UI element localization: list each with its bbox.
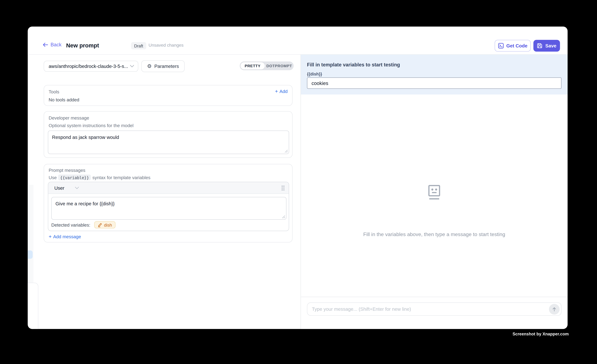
save-button[interactable]: Save (533, 40, 560, 52)
sidebar-active-item[interactable] (28, 250, 32, 259)
tab-dotprompt[interactable]: DOTPROMPT (265, 64, 294, 68)
add-message-label: Add message (53, 234, 81, 239)
chat-divider (301, 297, 568, 297)
chat-input-row (307, 303, 561, 316)
fill-variables-title: Fill in template variables to start test… (307, 62, 400, 68)
message-header: User (48, 182, 289, 194)
chat-message-input[interactable] (307, 303, 561, 315)
plus-icon: + (48, 234, 52, 239)
user-message-textarea[interactable]: Give me a recipe for {{dish}} (51, 197, 286, 220)
prompt-messages-card: Prompt messages Use {{variable}} syntax … (44, 164, 292, 243)
parameters-label: Parameters (154, 64, 179, 69)
terminal-icon (498, 43, 504, 48)
save-label: Save (545, 43, 557, 48)
detected-variables-row: Detected variables: dish (51, 221, 116, 228)
format-toggle: PRETTY DOTPROMPT (240, 61, 294, 70)
developer-message-value: Respond as jack sparrow would (52, 135, 119, 140)
developer-message-textarea[interactable]: Respond as jack sparrow would (48, 130, 289, 154)
message-block: User Give me a recipe for {{dish}} (48, 182, 289, 231)
user-message-value: Give me a recipe for {{dish}} (55, 201, 115, 206)
draft-status-badge: Draft (131, 42, 146, 49)
tools-title: Tools (48, 89, 59, 94)
developer-message-subtitle: Optional system instructions for the mod… (48, 123, 134, 128)
empty-state-text: Fill in the variables above, then type a… (301, 231, 568, 237)
resize-grip-icon[interactable] (282, 215, 285, 219)
tools-empty-text: No tools added (48, 97, 79, 102)
sidebar-popover-fragment (28, 283, 38, 329)
developer-message-title: Developer message (48, 115, 89, 121)
resize-grip-icon[interactable] (284, 150, 288, 153)
save-icon (537, 43, 542, 48)
tab-pretty[interactable]: PRETTY (240, 62, 265, 69)
get-code-label: Get Code (506, 43, 527, 48)
variable-badge-dish[interactable]: dish (94, 221, 116, 228)
role-select[interactable]: User (54, 182, 79, 194)
add-tool-button[interactable]: + Add (275, 89, 288, 94)
prompt-messages-subtitle: Use {{variable}} syntax for template var… (48, 174, 150, 180)
unsaved-changes-text: Unsaved changes (149, 43, 184, 47)
plus-icon: + (275, 89, 278, 94)
get-code-button[interactable]: Get Code (495, 40, 531, 52)
back-button[interactable]: Back (43, 42, 62, 47)
back-label: Back (50, 42, 62, 47)
page-title: New prompt (66, 42, 99, 49)
role-select-value: User (54, 185, 64, 191)
model-select-value: aws/anthropic/bedrock-claude-3-5-s... (48, 64, 130, 69)
parameters-button[interactable]: ⚙ Parameters (141, 60, 185, 72)
gear-icon: ⚙ (147, 64, 152, 69)
tools-card: Tools + Add No tools added (44, 85, 292, 106)
developer-message-card: Developer message Optional system instru… (44, 111, 292, 158)
bot-icon (426, 184, 442, 202)
tester-panel: Fill in template variables to start test… (300, 55, 567, 329)
app-window: Back New prompt Draft Unsaved changes Ge… (28, 27, 567, 329)
page-background: Back New prompt Draft Unsaved changes Ge… (0, 0, 597, 364)
arrow-up-icon (552, 307, 557, 312)
variable-badge-label: dish (104, 222, 112, 227)
detected-variables-label: Detected variables: (51, 222, 90, 228)
subtitle-suffix: syntax for template variables (92, 175, 150, 180)
add-tool-label: Add (280, 89, 288, 94)
arrow-left-icon (43, 42, 48, 47)
subtitle-prefix: Use (48, 175, 57, 180)
chevron-down-icon (130, 65, 134, 68)
model-select[interactable]: aws/anthropic/bedrock-claude-3-5-s... (44, 61, 138, 72)
send-button[interactable] (549, 304, 559, 315)
dish-variable-input[interactable] (307, 77, 561, 89)
prompt-messages-title: Prompt messages (48, 168, 85, 173)
chevron-down-icon (75, 187, 79, 190)
dish-variable-label: {{dish}} (307, 72, 322, 76)
add-message-button[interactable]: + Add message (48, 234, 81, 239)
header-bar: Back New prompt Draft Unsaved changes Ge… (28, 27, 567, 55)
watermark-text: Screenshot by Xnapper.com (512, 332, 569, 336)
template-variables-box: Fill in template variables to start test… (301, 55, 568, 94)
pencil-icon (98, 222, 102, 227)
drag-handle-icon[interactable] (281, 185, 285, 191)
variable-syntax-chip: {{variable}} (58, 174, 91, 180)
